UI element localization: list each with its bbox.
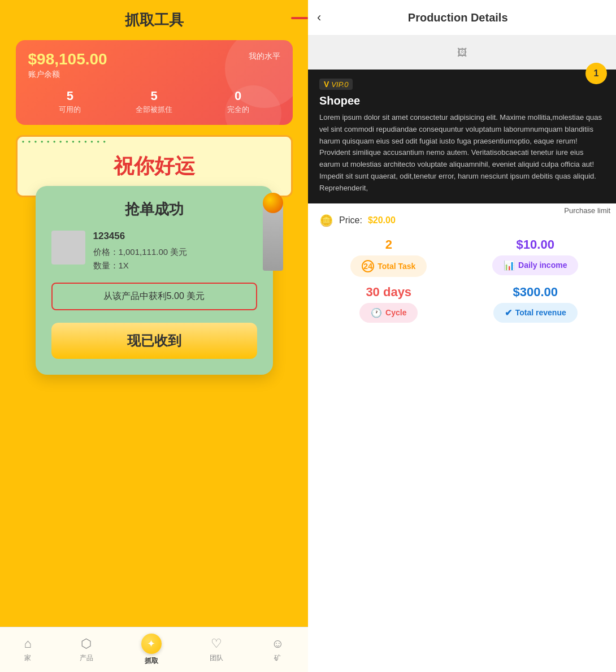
daily-income-badge: 📊 Daily income bbox=[492, 255, 578, 275]
nav-label-mine: 矿 bbox=[274, 653, 281, 663]
product-image: 🖼 bbox=[308, 36, 616, 70]
available-label: 可用的 bbox=[28, 105, 112, 115]
nav-label-products: 产品 bbox=[80, 653, 93, 663]
lucky-text: 祝你好运 bbox=[114, 153, 195, 180]
order-info-text: 123456 价格：1,001,111.00 美元 数量：1X bbox=[93, 231, 257, 272]
total-revenue-label: Total revenue bbox=[515, 308, 566, 317]
bottom-nav: ⌂ 家 ⬡ 产品 ✦ 抓取 ♡ 团队 ☺ 矿 bbox=[0, 627, 308, 672]
grab-icon: ✦ bbox=[147, 638, 155, 650]
grabbed-label: 全部被抓住 bbox=[112, 105, 196, 115]
balance-stat-complete: 0 完全的 bbox=[196, 89, 280, 115]
right-panel: ‹ Production Details 🖼 V VIP.0 Shopee Lo… bbox=[308, 0, 616, 672]
balance-stats: 5 可用的 5 全部被抓住 0 完全的 bbox=[28, 89, 280, 115]
price-row: 🪙 Price: $20.00 bbox=[308, 203, 616, 229]
balance-stat-grabbed: 5 全部被抓住 bbox=[112, 89, 196, 115]
profit-text: 从该产品中获利5.00 美元 bbox=[103, 291, 205, 301]
cycle-icon: 🕐 bbox=[371, 307, 382, 318]
mine-icon: ☺ bbox=[271, 636, 284, 651]
nav-item-grab[interactable]: ✦ 抓取 bbox=[141, 634, 162, 666]
order-price: 价格：1,001,111.00 美元 bbox=[93, 245, 257, 259]
nav-label-home: 家 bbox=[24, 653, 31, 663]
order-id: 123456 bbox=[93, 231, 257, 242]
stat-total-task: 2 24 Total Task bbox=[319, 237, 458, 277]
page-title: Production Details bbox=[328, 11, 588, 24]
stat-cycle: 30 days 🕐 Cycle bbox=[319, 285, 458, 323]
nav-item-home[interactable]: ⌂ 家 bbox=[24, 636, 32, 663]
complete-value: 0 bbox=[196, 89, 280, 103]
total-revenue-badge: ✔ Total revenue bbox=[493, 303, 578, 323]
stat-total-revenue: $300.00 ✔ Total revenue bbox=[466, 285, 605, 323]
receive-button[interactable]: 现已收到 bbox=[51, 323, 257, 359]
team-icon: ♡ bbox=[211, 636, 222, 651]
order-quantity: 数量：1X bbox=[93, 259, 257, 272]
vip-card: V VIP.0 Shopee Lorem ipsum dolor sit ame… bbox=[308, 70, 616, 203]
red-dash bbox=[291, 17, 308, 19]
lever bbox=[263, 203, 283, 271]
left-header: 抓取工具 bbox=[0, 0, 308, 36]
left-panel: 抓取工具 $98,105.00 账户余额 我的水平 5 可用的 5 全部被抓住 … bbox=[0, 0, 308, 672]
daily-income-value: $10.00 bbox=[517, 237, 554, 252]
vip-v-letter: V bbox=[324, 80, 329, 89]
profit-box: 从该产品中获利5.00 美元 bbox=[51, 283, 257, 310]
vip-level: VIP.0 bbox=[331, 80, 348, 89]
nav-item-team[interactable]: ♡ 团队 bbox=[210, 636, 223, 663]
cycle-label: Cycle bbox=[385, 308, 406, 317]
balance-label: 账户余额 bbox=[28, 70, 280, 80]
complete-label: 完全的 bbox=[196, 105, 280, 115]
stat-daily-income: $10.00 📊 Daily income bbox=[466, 237, 605, 277]
success-info: 123456 价格：1,001,111.00 美元 数量：1X bbox=[51, 231, 257, 272]
broken-image-icon: 🖼 bbox=[457, 47, 467, 59]
grabbed-value: 5 bbox=[112, 89, 196, 103]
brand-name: Shopee bbox=[319, 94, 605, 107]
coins-icon: 🪙 bbox=[319, 214, 333, 227]
stats-grid: 2 24 Total Task $10.00 📊 Daily income 30… bbox=[308, 229, 616, 331]
daily-income-icon: 📊 bbox=[504, 260, 515, 271]
total-task-icon: 24 bbox=[362, 260, 374, 272]
total-revenue-icon: ✔ bbox=[505, 307, 512, 318]
success-title: 抢单成功 bbox=[51, 200, 257, 219]
cycle-badge: 🕐 Cycle bbox=[359, 303, 418, 323]
purchase-limit-badge: 1 bbox=[585, 63, 607, 84]
total-task-value: 2 bbox=[385, 237, 392, 252]
balance-card: $98,105.00 账户余额 我的水平 5 可用的 5 全部被抓住 0 完全的 bbox=[16, 40, 293, 125]
price-value: $20.00 bbox=[368, 215, 396, 226]
total-task-badge: 24 Total Task bbox=[350, 255, 427, 277]
nav-label-grab: 抓取 bbox=[145, 656, 158, 666]
total-task-label: Total Task bbox=[378, 262, 415, 271]
products-icon: ⬡ bbox=[81, 636, 92, 651]
nav-item-products[interactable]: ⬡ 产品 bbox=[80, 636, 93, 663]
available-value: 5 bbox=[28, 89, 112, 103]
balance-amount: $98,105.00 bbox=[28, 50, 280, 68]
lever-ball bbox=[263, 193, 283, 213]
nav-item-mine[interactable]: ☺ 矿 bbox=[271, 636, 284, 663]
left-title: 抓取工具 bbox=[125, 10, 184, 30]
success-modal: 抢单成功 123456 价格：1,001,111.00 美元 数量：1X 从该产… bbox=[36, 186, 273, 375]
balance-level-label: 我的水平 bbox=[249, 51, 280, 62]
price-label: Price: bbox=[339, 215, 362, 226]
back-button[interactable]: ‹ bbox=[317, 10, 321, 25]
nav-label-team: 团队 bbox=[210, 653, 223, 663]
vip-badge: V VIP.0 bbox=[319, 79, 353, 90]
product-description: Lorem ipsum dolor sit amet consectetur a… bbox=[319, 112, 605, 194]
cycle-value: 30 days bbox=[366, 285, 411, 300]
purchase-limit-value: 1 bbox=[594, 68, 599, 79]
right-header: ‹ Production Details bbox=[308, 0, 616, 36]
total-revenue-value: $300.00 bbox=[513, 285, 558, 300]
order-image bbox=[51, 231, 85, 265]
balance-stat-available: 5 可用的 bbox=[28, 89, 112, 115]
grab-active-dot: ✦ bbox=[141, 634, 162, 654]
home-icon: ⌂ bbox=[24, 636, 32, 651]
daily-income-label: Daily income bbox=[518, 261, 567, 270]
